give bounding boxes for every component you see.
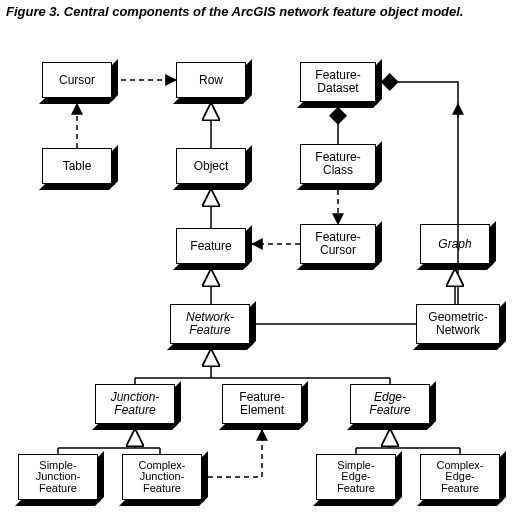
box-row: Row [176, 62, 246, 98]
box-simple-junction-feature: Simple-Junction-Feature [18, 454, 98, 500]
box-cursor-label: Cursor [42, 62, 112, 98]
box-feature-element: Feature-Element [222, 384, 302, 424]
box-junction-feature-label: Junction-Feature [95, 384, 175, 424]
box-complex-junction-feature: Complex-Junction-Feature [122, 454, 202, 500]
box-feature-element-label: Feature-Element [222, 384, 302, 424]
box-graph: Graph [420, 224, 490, 264]
box-complex-edge-feature-label: Complex-Edge-Feature [420, 454, 500, 500]
box-junction-feature: Junction-Feature [95, 384, 175, 424]
box-table-label: Table [42, 148, 112, 184]
box-row-label: Row [176, 62, 246, 98]
box-cursor: Cursor [42, 62, 112, 98]
box-feature-dataset: Feature-Dataset [300, 62, 376, 102]
box-feature-cursor: Feature-Cursor [300, 224, 376, 264]
box-simple-junction-feature-label: Simple-Junction-Feature [18, 454, 98, 500]
box-feature-cursor-label: Feature-Cursor [300, 224, 376, 264]
box-edge-feature: Edge-Feature [350, 384, 430, 424]
box-feature-label: Feature [176, 228, 246, 264]
box-complex-junction-feature-label: Complex-Junction-Feature [122, 454, 202, 500]
box-simple-edge-feature-label: Simple-Edge-Feature [316, 454, 396, 500]
box-geometric-network-label: Geometric-Network [416, 304, 500, 344]
box-network-feature-label: Network-Feature [170, 304, 250, 344]
box-geometric-network: Geometric-Network [416, 304, 500, 344]
box-object: Object [176, 148, 246, 184]
box-object-label: Object [176, 148, 246, 184]
box-graph-label: Graph [420, 224, 490, 264]
box-complex-edge-feature: Complex-Edge-Feature [420, 454, 500, 500]
box-table: Table [42, 148, 112, 184]
box-feature-class-label: Feature-Class [300, 144, 376, 184]
figure-title: Figure 3. Central components of the ArcG… [6, 4, 463, 19]
diagram-canvas: Figure 3. Central components of the ArcG… [0, 0, 525, 512]
box-network-feature: Network-Feature [170, 304, 250, 344]
box-feature: Feature [176, 228, 246, 264]
box-feature-dataset-label: Feature-Dataset [300, 62, 376, 102]
box-simple-edge-feature: Simple-Edge-Feature [316, 454, 396, 500]
box-edge-feature-label: Edge-Feature [350, 384, 430, 424]
box-feature-class: Feature-Class [300, 144, 376, 184]
